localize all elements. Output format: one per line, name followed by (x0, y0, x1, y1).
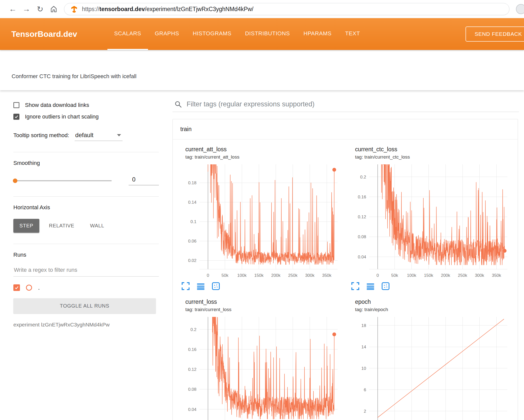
svg-text:0.1: 0.1 (190, 219, 196, 224)
svg-text:100k: 100k (237, 273, 247, 278)
tab-graphs[interactable]: GRAPHS (148, 18, 186, 50)
svg-text:200k: 200k (441, 273, 450, 278)
tooltip-sorting-select[interactable]: default (75, 131, 123, 141)
experiment-id-note: experiment lzGnETjwRxC3yghNMd4kPw (13, 322, 159, 328)
smoothing-slider[interactable] (13, 180, 112, 181)
app-header: TensorBoard.dev SCALARS GRAPHS HISTOGRAM… (0, 18, 524, 50)
chart-tag: tag: train/epoch (348, 307, 511, 312)
experiment-subtitle: Conformer CTC training for LibriSpeech w… (12, 73, 136, 80)
chart-toolbar (178, 281, 341, 291)
svg-text:300k: 300k (305, 273, 314, 278)
svg-text:2: 2 (364, 409, 366, 414)
fit-domain-icon[interactable] (211, 281, 221, 291)
run-checkbox-checked-icon[interactable] (13, 284, 20, 291)
chart-title: current_att_loss (178, 146, 341, 153)
fullscreen-icon[interactable] (351, 281, 360, 291)
tab-hparams[interactable]: HPARAMS (297, 18, 338, 50)
chart-tag: tag: train/current_loss (178, 307, 341, 312)
line-chart[interactable]: 26101418050k100k150k200k250k300k350k (348, 314, 512, 420)
tab-histograms[interactable]: HISTOGRAMS (186, 18, 238, 50)
tensorboard-favicon-icon (70, 5, 78, 13)
tooltip-sorting-value: default (75, 132, 112, 139)
svg-text:150k: 150k (424, 273, 433, 278)
fullscreen-icon[interactable] (181, 281, 190, 291)
scalars-main: train current_att_loss tag: train/curren… (169, 90, 524, 420)
show-download-links-checkbox[interactable]: Show data download links (13, 102, 159, 108)
profile-avatar[interactable] (516, 4, 524, 14)
svg-text:350k: 350k (322, 273, 331, 278)
svg-text:0.18: 0.18 (188, 181, 196, 185)
svg-text:100k: 100k (407, 273, 416, 278)
back-icon[interactable]: ← (6, 5, 20, 14)
chart-current-ctc-loss: current_ctc_loss tag: train/current_ctc_… (348, 146, 511, 291)
checkbox-label: Show data download links (25, 102, 89, 108)
run-row: . (13, 284, 159, 291)
run-name: . (38, 284, 40, 291)
svg-text:50k: 50k (221, 273, 228, 278)
chart-title: epoch (348, 298, 511, 305)
log-scale-icon[interactable] (366, 281, 375, 291)
svg-text:18: 18 (361, 323, 366, 328)
group-title[interactable]: train (173, 119, 518, 139)
chart-current-att-loss: current_att_loss tag: train/current_att_… (178, 146, 341, 291)
svg-text:0: 0 (207, 273, 209, 278)
slider-thumb[interactable] (13, 178, 17, 183)
chart-current-loss: current_loss tag: train/current_loss 0.0… (178, 298, 341, 420)
checkbox-label: Ignore outliers in chart scaling (25, 113, 99, 120)
smoothing-value-field[interactable]: 0 (129, 176, 159, 185)
axis-wall-button[interactable]: WALL (84, 219, 110, 233)
chart-tag: tag: train/current_ctc_loss (348, 154, 511, 160)
tab-text[interactable]: TEXT (338, 18, 367, 50)
filter-tags-input[interactable] (187, 100, 518, 108)
svg-text:50k: 50k (391, 273, 398, 278)
log-scale-icon[interactable] (196, 281, 206, 291)
svg-text:150k: 150k (254, 273, 264, 278)
chart-title: current_ctc_loss (348, 146, 511, 153)
toggle-all-runs-button[interactable]: TOGGLE ALL RUNS (13, 298, 156, 314)
line-chart[interactable]: 0.020.060.10.140.18050k100k150k200k250k3… (178, 162, 342, 280)
svg-text:14: 14 (361, 345, 366, 349)
filter-tags-row (172, 99, 519, 112)
url-scheme: https:// (82, 6, 99, 12)
home-icon[interactable] (47, 5, 61, 13)
runs-label: Runs (13, 252, 159, 258)
line-chart[interactable]: 0.040.080.120.160.2050k100k150k200k250k3… (178, 314, 342, 420)
url-path: /experiment/lzGnETjwRxC3yghNMd4kPw/ (145, 6, 253, 12)
send-feedback-button[interactable]: SEND FEEDBACK (465, 26, 524, 42)
search-icon (174, 101, 182, 108)
runs-filter-input[interactable] (13, 265, 159, 277)
svg-text:0.06: 0.06 (188, 239, 196, 244)
forward-icon[interactable]: → (20, 5, 33, 14)
fit-domain-icon[interactable] (381, 281, 390, 291)
svg-text:0.2: 0.2 (190, 327, 196, 332)
axis-relative-button[interactable]: RELATIVE (43, 219, 80, 233)
line-chart[interactable]: 0.040.080.120.160.2050k100k150k200k250k3… (348, 162, 512, 280)
svg-text:0.04: 0.04 (188, 407, 196, 412)
chart-epoch: epoch tag: train/epoch 26101418050k100k1… (348, 298, 511, 420)
charts-grid: current_att_loss tag: train/current_att_… (173, 139, 518, 420)
url-bar[interactable]: https://tensorboard.dev/experiment/lzGnE… (64, 3, 509, 15)
settings-sidebar: Show data download links Ignore outliers… (0, 90, 169, 420)
svg-text:0.08: 0.08 (358, 234, 366, 239)
chevron-down-icon (117, 134, 121, 136)
tab-distributions[interactable]: DISTRIBUTIONS (238, 18, 297, 50)
svg-text:0.08: 0.08 (188, 387, 196, 392)
horizontal-axis-toggle: STEP RELATIVE WALL (13, 219, 159, 233)
run-color-swatch-icon[interactable] (26, 285, 32, 291)
ignore-outliers-checkbox[interactable]: Ignore outliers in chart scaling (13, 113, 159, 120)
url-text: https://tensorboard.dev/experiment/lzGnE… (82, 6, 253, 13)
svg-text:10: 10 (361, 366, 366, 371)
svg-text:250k: 250k (458, 273, 467, 278)
axis-step-button[interactable]: STEP (13, 219, 39, 233)
svg-text:0.12: 0.12 (358, 215, 366, 219)
experiment-subtitle-bar: Conformer CTC training for LibriSpeech w… (0, 50, 524, 90)
train-group-card: train current_att_loss tag: train/curren… (172, 119, 518, 420)
smoothing-label: Smoothing (13, 160, 159, 166)
sidebar-divider (13, 196, 159, 197)
app-logo[interactable]: TensorBoard.dev (0, 29, 107, 39)
checkbox-checked-icon (13, 114, 19, 120)
svg-text:0: 0 (376, 273, 379, 278)
tab-scalars[interactable]: SCALARS (107, 18, 148, 50)
reload-icon[interactable]: ↻ (33, 5, 47, 14)
chart-title: current_loss (178, 298, 341, 305)
